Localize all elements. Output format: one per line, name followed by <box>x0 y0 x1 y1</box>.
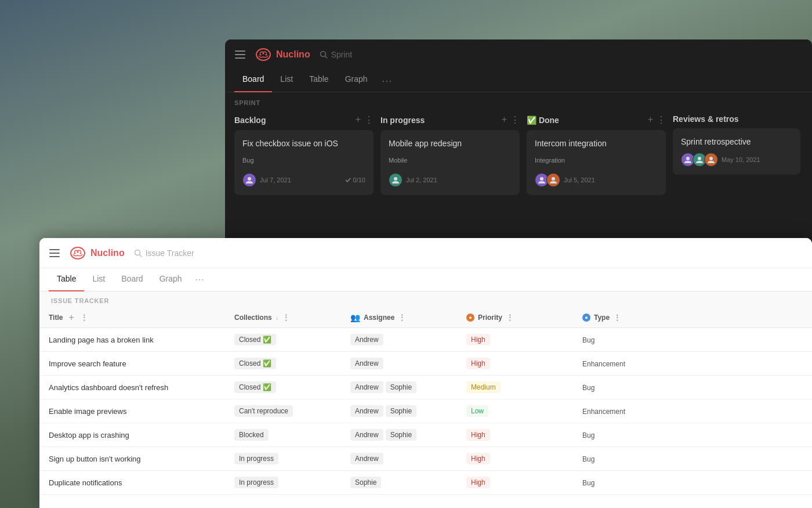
logo-area-front: Nuclino <box>70 245 125 261</box>
more-backlog[interactable]: ⋮ <box>364 114 374 125</box>
cell-type: Bug <box>573 447 812 471</box>
type-value: Bug <box>582 455 594 463</box>
svg-point-9 <box>552 177 555 181</box>
priority-tag: High <box>466 334 490 345</box>
assignee-tag: Andrew <box>350 453 383 464</box>
col-title-inprogress: In progress <box>380 116 425 125</box>
issue-section-label: ISSUE TRACKER <box>39 291 812 308</box>
col-options-collections[interactable]: ⋮ <box>282 313 290 322</box>
table-row[interactable]: Desktop app is crashingBlockedAndrewSoph… <box>39 423 812 447</box>
table-row[interactable]: Enable image previewsCan't reproduceAndr… <box>39 399 812 423</box>
collection-tag: In progress <box>234 453 278 464</box>
priority-tag: Medium <box>466 381 501 393</box>
col-title-done: ✅ Done <box>527 116 559 125</box>
assignee-people-icon: 👥 <box>350 313 360 322</box>
th-priority: ● Priority ⋮ <box>457 308 573 328</box>
cell-collections: Closed ✅ <box>225 376 341 399</box>
cell-priority: High <box>457 447 573 471</box>
logo-area: Nuclino <box>255 46 310 63</box>
card-fix-checkbox[interactable]: Fix checkbox issue on iOS Bug Jul 7, 202… <box>234 130 374 195</box>
col-options-priority[interactable]: ⋮ <box>506 313 514 322</box>
svg-point-2 <box>263 53 264 55</box>
col-options-assignee[interactable]: ⋮ <box>398 313 406 322</box>
table-row[interactable]: Improve search featureClosed ✅AndrewHigh… <box>39 352 812 376</box>
card-checklist: 0/10 <box>345 176 365 183</box>
cell-assignee: Andrew <box>341 328 457 352</box>
tab-more-front[interactable]: ⋯ <box>190 268 209 291</box>
more-inprogress[interactable]: ⋮ <box>510 114 520 125</box>
cell-collections: In progress <box>225 447 341 471</box>
add-field-button[interactable]: + <box>66 312 76 323</box>
svg-point-7 <box>394 177 397 181</box>
sort-collections-icon[interactable]: ↓ <box>276 314 279 321</box>
col-options-type[interactable]: ⋮ <box>613 313 621 322</box>
tab-board[interactable]: Board <box>234 70 272 92</box>
add-card-inprogress[interactable]: + <box>502 114 507 125</box>
add-card-done[interactable]: + <box>648 114 653 125</box>
svg-point-8 <box>540 177 543 181</box>
sprint-search[interactable]: Sprint <box>320 50 353 59</box>
cell-title: Sign up button isn't working <box>39 447 225 471</box>
more-done[interactable]: ⋮ <box>657 114 666 125</box>
svg-point-0 <box>256 49 270 60</box>
add-card-backlog[interactable]: + <box>356 114 361 125</box>
issue-tracker-window: Nuclino Issue Tracker Table List Board G… <box>39 238 812 508</box>
cell-type: Enhancement <box>573 352 812 376</box>
cell-priority: Low <box>457 399 573 423</box>
assignee-tag: Sophie <box>350 477 381 488</box>
card-mobile-redesign[interactable]: Mobile app redesign Mobile Jul 2, 2021 <box>380 130 520 195</box>
tab-board-front[interactable]: Board <box>113 268 151 291</box>
tab-graph[interactable]: Graph <box>337 70 376 92</box>
svg-point-11 <box>698 157 701 160</box>
svg-point-1 <box>260 54 262 56</box>
tab-more[interactable]: ⋯ <box>376 70 398 92</box>
cell-collections: Closed ✅ <box>225 352 341 376</box>
card-title: Intercom integration <box>535 138 658 149</box>
cell-type: Bug <box>573 471 812 495</box>
tab-table[interactable]: Table <box>301 70 336 92</box>
cell-collections: Blocked <box>225 423 341 447</box>
cell-type: Bug <box>573 376 812 399</box>
cell-assignee: AndrewSophie <box>341 423 457 447</box>
tab-list-front[interactable]: List <box>84 268 113 291</box>
card-intercom[interactable]: Intercom integration Integration Jul 5, … <box>527 130 666 195</box>
cell-type: Enhancement <box>573 399 812 423</box>
th-assignee: 👥 Assignee ⋮ <box>341 308 457 328</box>
table-row[interactable]: Analytics dashboard doesn't refreshClose… <box>39 376 812 399</box>
kanban-board: Backlog + ⋮ Fix checkbox issue on iOS Bu… <box>225 111 812 200</box>
assignee-tag: Andrew <box>350 334 383 345</box>
sprint-section-label: SPRINT <box>225 92 812 111</box>
cell-title: Landing page has a broken link <box>39 328 225 352</box>
cell-collections: Can't reproduce <box>225 399 341 423</box>
card-title: Mobile app redesign <box>389 138 512 149</box>
svg-point-3 <box>266 54 267 56</box>
card-title: Fix checkbox issue on iOS <box>242 138 365 149</box>
card-title: Sprint retrospective <box>681 136 792 147</box>
table-row[interactable]: Sign up button isn't workingIn progressA… <box>39 447 812 471</box>
issue-search[interactable]: Issue Tracker <box>134 248 194 258</box>
menu-icon[interactable] <box>234 49 246 60</box>
cell-title: Enable image previews <box>39 399 225 423</box>
svg-point-6 <box>248 177 251 181</box>
assignee-tag: Andrew <box>350 381 383 393</box>
card-tag: Bug <box>242 157 254 164</box>
svg-line-5 <box>325 56 327 59</box>
table-row[interactable]: Duplicate notificationsIn progressSophie… <box>39 471 812 495</box>
col-options-title[interactable]: ⋮ <box>80 313 88 322</box>
tab-table-front[interactable]: Table <box>49 268 84 291</box>
svg-line-18 <box>139 254 142 257</box>
cell-priority: High <box>457 352 573 376</box>
column-backlog: Backlog + ⋮ Fix checkbox issue on iOS Bu… <box>234 111 374 200</box>
menu-icon-front[interactable] <box>49 247 60 259</box>
th-collections: Collections ↓ ⋮ <box>225 308 341 328</box>
priority-tag: High <box>466 429 490 441</box>
cell-assignee: AndrewSophie <box>341 399 457 423</box>
tab-list[interactable]: List <box>272 70 301 92</box>
table-row[interactable]: Landing page has a broken linkClosed ✅An… <box>39 328 812 352</box>
cell-priority: High <box>457 328 573 352</box>
card-retrospective[interactable]: Sprint retrospective May 10, 2021 <box>673 128 800 175</box>
tab-graph-front[interactable]: Graph <box>151 268 190 291</box>
cell-priority: High <box>457 471 573 495</box>
cell-assignee: Andrew <box>341 447 457 471</box>
col-title-reviews: Reviews & retros <box>673 114 739 124</box>
